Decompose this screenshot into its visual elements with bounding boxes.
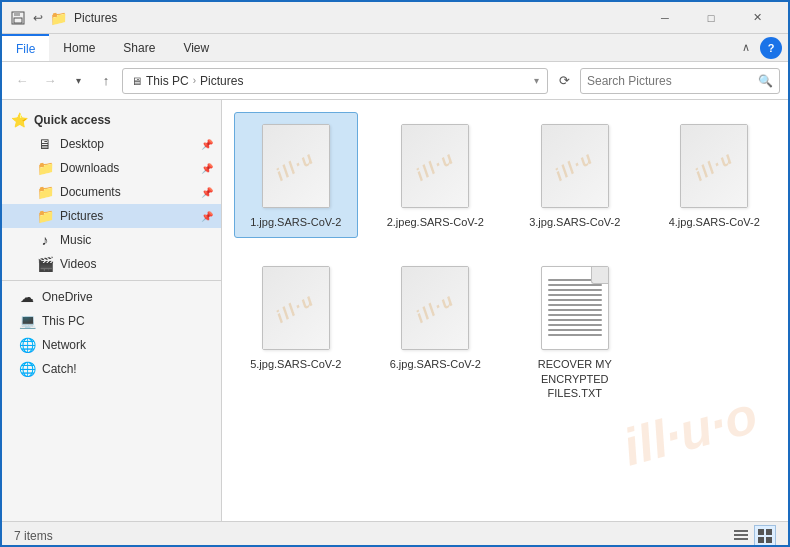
- network-icon: 🌐: [18, 337, 36, 353]
- file-page-6: ill·u: [401, 266, 469, 350]
- tile-view-button[interactable]: [754, 525, 776, 547]
- save-icon: [10, 10, 26, 26]
- sidebar-item-catch[interactable]: 🌐 Catch!: [2, 357, 221, 381]
- title-bar-title: Pictures: [74, 11, 642, 25]
- sidebar-quickaccess-header[interactable]: ⭐ Quick access: [2, 108, 221, 132]
- status-bar: 7 items: [2, 521, 788, 547]
- svg-rect-1: [14, 12, 20, 16]
- file-item-1[interactable]: ill·u 1.jpg.SARS-CoV-2: [234, 112, 358, 238]
- file-icon-4: ill·u: [674, 121, 754, 211]
- back-button[interactable]: ←: [10, 69, 34, 93]
- up-button[interactable]: ↑: [94, 69, 118, 93]
- file-icon-7: [535, 263, 615, 353]
- recover-line-5: [548, 299, 602, 301]
- sidebar-videos-label: Videos: [60, 257, 96, 271]
- documents-folder-icon: 📁: [36, 184, 54, 200]
- path-this-pc: This PC: [146, 74, 189, 88]
- recent-locations-button[interactable]: ▾: [66, 69, 90, 93]
- watermark-1: ill·u: [273, 147, 319, 186]
- close-button[interactable]: ✕: [734, 2, 780, 34]
- file-view: ill·u·o ill·u 1.jpg.SARS-CoV-2: [222, 100, 788, 521]
- recover-line-2: [548, 284, 602, 286]
- title-bar-icons: ↩ 📁: [10, 10, 66, 26]
- file-item-7[interactable]: RECOVER MY ENCRYPTED FILES.TXT: [513, 254, 637, 409]
- main-area: ⭐ Quick access 🖥 Desktop 📌 📁 Downloads 📌…: [2, 100, 788, 521]
- svg-rect-5: [734, 538, 748, 540]
- file-icon-5: ill·u: [256, 263, 336, 353]
- forward-button[interactable]: →: [38, 69, 62, 93]
- pin-icon-downloads: 📌: [201, 163, 213, 174]
- file-page-3: ill·u: [541, 124, 609, 208]
- sidebar-item-documents[interactable]: 📁 Documents 📌: [2, 180, 221, 204]
- music-icon: ♪: [36, 232, 54, 248]
- sidebar-item-thispc[interactable]: 💻 This PC: [2, 309, 221, 333]
- title-bar: ↩ 📁 Pictures ─ □ ✕: [2, 2, 788, 34]
- file-item-3[interactable]: ill·u 3.jpg.SARS-CoV-2: [513, 112, 637, 238]
- recover-line-1: [548, 279, 602, 281]
- recover-lines: [542, 267, 608, 340]
- file-image-1: ill·u: [263, 125, 329, 207]
- search-input[interactable]: [587, 74, 754, 88]
- svg-rect-6: [758, 529, 764, 535]
- sidebar-item-desktop[interactable]: 🖥 Desktop 📌: [2, 132, 221, 156]
- menu-tab-home[interactable]: Home: [49, 34, 109, 61]
- menu-tab-file[interactable]: File: [2, 34, 49, 61]
- sidebar-divider-1: [2, 280, 221, 281]
- path-sep-1: ›: [193, 75, 196, 86]
- file-grid: ill·u 1.jpg.SARS-CoV-2 ill·u 2.jpeg.SARS…: [234, 112, 776, 409]
- sidebar-item-network[interactable]: 🌐 Network: [2, 333, 221, 357]
- file-item-2[interactable]: ill·u 2.jpeg.SARS-CoV-2: [374, 112, 498, 238]
- minimize-button[interactable]: ─: [642, 2, 688, 34]
- menu-tab-share[interactable]: Share: [109, 34, 169, 61]
- ribbon-collapse-button[interactable]: ∧: [736, 37, 756, 58]
- sidebar-pictures-label: Pictures: [60, 209, 103, 223]
- svg-rect-4: [734, 534, 748, 536]
- path-icon: 🖥: [131, 75, 142, 87]
- sidebar-item-videos[interactable]: 🎬 Videos: [2, 252, 221, 276]
- sidebar-music-label: Music: [60, 233, 91, 247]
- watermark-6: ill·u: [412, 289, 458, 328]
- file-item-6[interactable]: ill·u 6.jpg.SARS-CoV-2: [374, 254, 498, 409]
- menu-bar: File Home Share View ∧ ?: [2, 34, 788, 62]
- window-controls: ─ □ ✕: [642, 2, 780, 34]
- recover-line-11: [548, 329, 602, 331]
- help-button[interactable]: ?: [760, 37, 782, 59]
- file-icon-1: ill·u: [256, 121, 336, 211]
- recover-line-9: [548, 319, 602, 321]
- sidebar-item-downloads[interactable]: 📁 Downloads 📌: [2, 156, 221, 180]
- svg-rect-3: [734, 530, 748, 532]
- status-count: 7 items: [14, 529, 730, 543]
- star-icon: ⭐: [10, 112, 28, 128]
- folder-icon: 📁: [50, 10, 66, 26]
- sidebar-desktop-label: Desktop: [60, 137, 104, 151]
- sidebar-item-onedrive[interactable]: ☁ OneDrive: [2, 285, 221, 309]
- downloads-folder-icon: 📁: [36, 160, 54, 176]
- address-path[interactable]: 🖥 This PC › Pictures ▾: [122, 68, 548, 94]
- recover-line-7: [548, 309, 602, 311]
- file-page-5: ill·u: [262, 266, 330, 350]
- sidebar-catch-label: Catch!: [42, 362, 77, 376]
- view-buttons: [730, 525, 776, 547]
- sidebar-item-pictures[interactable]: 📁 Pictures 📌: [2, 204, 221, 228]
- svg-rect-2: [14, 18, 22, 23]
- file-icon-6: ill·u: [395, 263, 475, 353]
- file-image-6: ill·u: [402, 267, 468, 349]
- search-box: 🔍: [580, 68, 780, 94]
- sidebar-item-music[interactable]: ♪ Music: [2, 228, 221, 252]
- path-pictures: Pictures: [200, 74, 243, 88]
- list-view-button[interactable]: [730, 525, 752, 547]
- thispc-icon: 💻: [18, 313, 36, 329]
- file-name-6: 6.jpg.SARS-CoV-2: [390, 357, 481, 371]
- file-item-4[interactable]: ill·u 4.jpg.SARS-CoV-2: [653, 112, 777, 238]
- refresh-button[interactable]: ⟳: [552, 69, 576, 93]
- file-name-3: 3.jpg.SARS-CoV-2: [529, 215, 620, 229]
- file-item-5[interactable]: ill·u 5.jpg.SARS-CoV-2: [234, 254, 358, 409]
- watermark-2: ill·u: [412, 147, 458, 186]
- maximize-button[interactable]: □: [688, 2, 734, 34]
- file-image-3: ill·u: [542, 125, 608, 207]
- pictures-folder-icon: 📁: [36, 208, 54, 224]
- sidebar-downloads-label: Downloads: [60, 161, 119, 175]
- path-dropdown-arrow[interactable]: ▾: [534, 75, 539, 86]
- menu-tab-view[interactable]: View: [169, 34, 223, 61]
- pin-icon-desktop: 📌: [201, 139, 213, 150]
